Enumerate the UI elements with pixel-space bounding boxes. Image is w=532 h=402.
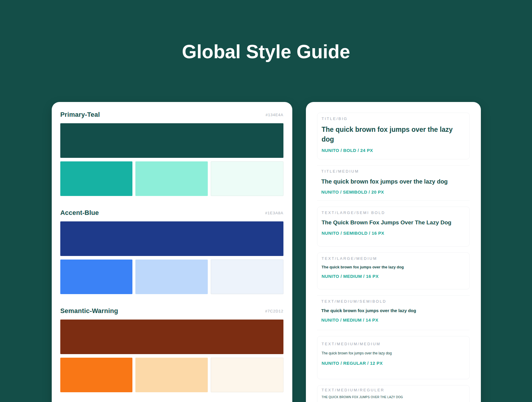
type-sample-text: The quick brown fox jumps over the lazy … [322,125,465,144]
type-style-text-medium-semibold: TEXT/MEDIUM/SEMIBOLD The quick brown fox… [317,295,470,330]
type-style-label: TITLE/BIG [322,116,465,121]
type-sample-text: The quick brown fox jumps over the lazy … [322,265,465,270]
main-swatch [60,123,283,158]
shade-swatch [135,161,207,196]
main-swatch [60,320,283,354]
color-name: Primary-Teal [60,111,100,119]
type-sample-text: The quick brown fox jumps over the lazy … [321,307,466,314]
section-header: Accent-Blue #1E3A8A [60,209,283,217]
type-font-spec: NUNITO / REGULAR / 12 PX [322,361,465,366]
color-name: Accent-Blue [60,209,99,217]
shade-swatch [60,161,132,196]
type-sample-text: The quick brown fox jumps over the lazy … [321,177,466,186]
shade-swatch [135,260,207,294]
type-style-label: TITLE/MEDIUM [321,169,466,174]
type-sample-text: The quick brown fox jumps over the lazy … [322,351,465,356]
type-font-spec: NUNITO / BOLD / 24 PX [322,148,465,153]
type-style-title-medium: TITLE/MEDIUM The quick brown fox jumps o… [317,165,470,201]
shade-swatch [135,358,207,392]
color-hex-code: #7C2D12 [265,309,283,313]
color-hex-code: #1E3A8A [265,211,283,215]
palette-section-accent-blue: Accent-Blue #1E3A8A [60,209,283,294]
section-header: Primary-Teal #134E4A [60,111,283,119]
shade-swatch [211,358,283,392]
type-font-spec: NUNITO / SEMIBOLD / 20 PX [321,189,466,194]
type-style-label: TEXT/MEDIUM/SEMIBOLD [321,299,466,304]
type-style-text-medium-medium: TEXT/MEDIUM/MEDIUM The quick brown fox j… [317,336,470,379]
palette-section-primary-teal: Primary-Teal #134E4A [60,111,283,196]
shade-swatch [60,260,132,294]
type-font-spec: NUNITO / MEDIUM / 14 PX [321,317,466,322]
shade-row [60,358,283,392]
type-style-label: TEXT/LARGE/MEDIUM [322,256,465,261]
palette-section-semantic-warning: Semantic-Warning #7C2D12 [60,307,283,392]
type-font-spec: NUNITO / SEMIBOLD / 16 PX [322,231,465,236]
main-swatch [60,221,283,256]
shade-row [60,260,283,294]
type-font-spec: NUNITO / MEDIUM / 16 PX [322,274,465,279]
type-style-text-large-medium: TEXT/LARGE/MEDIUM The quick brown fox ju… [317,252,470,289]
type-style-label: TEXT/MEDIUM/REGULER [322,388,465,392]
typography-card: TITLE/BIG The quick brown fox jumps over… [306,102,481,402]
page-title: Global Style Guide [0,41,532,63]
type-style-text-medium-reguler: TEXT/MEDIUM/REGULER THE QUICK BROWN FOX … [317,385,470,402]
shade-swatch [211,260,283,294]
shade-row [60,161,283,196]
shade-swatch [60,358,132,392]
type-style-text-large-semibold: TEXT/LARGE/SEMI BOLD The Quick Brown Fox… [317,207,470,247]
color-hex-code: #134E4A [266,113,284,117]
type-sample-text: THE QUICK BROWN FOX JUMPS OVER THE LAZY … [322,395,465,399]
shade-swatch [211,161,283,196]
color-name: Semantic-Warning [60,307,118,315]
color-palette-card: Primary-Teal #134E4A Accent-Blue #1E3A8A… [52,102,292,402]
type-style-title-big: TITLE/BIG The quick brown fox jumps over… [317,113,470,159]
type-style-label: TEXT/MEDIUM/MEDIUM [322,342,465,346]
type-sample-text: The Quick Brown Fox Jumps Over The Lazy … [322,219,465,227]
type-style-label: TEXT/LARGE/SEMI BOLD [322,210,465,215]
section-header: Semantic-Warning #7C2D12 [60,307,283,315]
